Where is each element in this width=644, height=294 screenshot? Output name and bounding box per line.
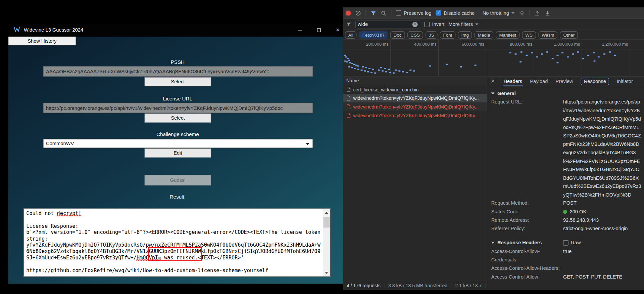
timeline-mark bbox=[561, 52, 563, 53]
minimize-button[interactable] bbox=[290, 24, 309, 37]
header-key: Access-Control-Allow- bbox=[491, 272, 563, 281]
filter-chip-manifest[interactable]: Manifest bbox=[496, 31, 519, 38]
timeline-mark bbox=[572, 53, 574, 55]
app-icon bbox=[13, 26, 20, 34]
network-conditions-icon[interactable] bbox=[519, 10, 525, 16]
timeline-mark bbox=[347, 58, 349, 59]
network-overview-timeline[interactable]: 200,000 ms400,000 ms600,000 ms800,000 ms… bbox=[343, 40, 644, 77]
timeline-mark bbox=[348, 59, 350, 61]
timeline-mark bbox=[409, 70, 411, 71]
scroll-down-button[interactable] bbox=[323, 269, 330, 276]
timeline-mark bbox=[514, 53, 516, 55]
app-body: Show History PSSH Select License URL Sel… bbox=[8, 37, 347, 284]
timeline-mark bbox=[609, 51, 611, 53]
timeline-mark bbox=[372, 69, 374, 70]
license-url-input[interactable] bbox=[43, 103, 313, 113]
invert-toggle[interactable]: Invert bbox=[424, 22, 444, 27]
name-column-header[interactable]: Name bbox=[343, 77, 487, 85]
edit-button[interactable]: Edit bbox=[145, 149, 211, 158]
timeline-mark bbox=[398, 70, 400, 72]
timeline-mark bbox=[598, 56, 600, 58]
header-value bbox=[563, 264, 642, 272]
timeline-mark bbox=[546, 51, 548, 53]
network-toolbar: Preserve log ✓ Disable cache No throttli… bbox=[343, 7, 644, 19]
timeline-mark bbox=[344, 55, 346, 56]
filter-chip-img[interactable]: Img bbox=[458, 31, 472, 38]
disclosure-triangle-icon bbox=[491, 242, 495, 244]
scroll-up-button[interactable] bbox=[323, 209, 330, 216]
show-history-button[interactable]: Show History bbox=[8, 37, 76, 45]
timeline-tick-label: 1,000,000 ms bbox=[550, 42, 580, 47]
timeline-tick-label: 1,200,000 ms bbox=[598, 42, 628, 47]
header-value: 92.58.248.9:443 bbox=[563, 216, 642, 224]
filter-input[interactable]: wide ✕ bbox=[355, 20, 420, 28]
spellcheck-squiggle bbox=[57, 215, 81, 216]
requests-list-pane: Name cert_license_widevine_com.bin widev… bbox=[343, 77, 487, 290]
record-icon[interactable] bbox=[346, 10, 351, 15]
timeline-mark bbox=[385, 71, 387, 73]
filter-chip-css[interactable]: CSS bbox=[407, 31, 423, 38]
timeline-mark bbox=[389, 72, 391, 73]
response-headers-section-header[interactable]: Response Headers Raw bbox=[491, 238, 642, 247]
timeline-mark bbox=[587, 55, 589, 56]
filter-chip-js[interactable]: JS bbox=[426, 31, 437, 38]
timeline-divider bbox=[343, 49, 644, 49]
result-textarea[interactable]: Could not decrypt! License Response: b'<… bbox=[23, 208, 331, 277]
tab-headers[interactable]: Headers bbox=[504, 77, 523, 86]
export-har-icon[interactable] bbox=[545, 10, 550, 16]
filter-chip-media[interactable]: Media bbox=[475, 31, 493, 38]
checkbox-unchecked[interactable] bbox=[424, 22, 430, 27]
pssh-select-button[interactable]: Select bbox=[145, 77, 211, 86]
clear-icon[interactable] bbox=[355, 10, 361, 16]
timeline-mark bbox=[593, 60, 595, 62]
checkbox-unchecked[interactable] bbox=[563, 240, 568, 245]
result-label: Result: bbox=[8, 194, 347, 200]
request-row-error[interactable]: widevinedrm?token=yfvYZKqFJduyNpwKMQjDmI… bbox=[343, 102, 487, 111]
tab-preview[interactable]: Preview bbox=[556, 78, 573, 84]
timeline-mark bbox=[370, 72, 373, 73]
result-text: Could not decrypt! License Response: b'<… bbox=[24, 209, 330, 275]
filter-chip-wasm[interactable]: Wasm bbox=[538, 31, 557, 38]
maximize-button[interactable] bbox=[309, 24, 328, 37]
filter-chip-doc[interactable]: Doc bbox=[390, 31, 405, 38]
filter-chip-fetch-xhr[interactable]: Fetch/XHR bbox=[359, 31, 388, 38]
filter-chip-all[interactable]: All bbox=[345, 31, 357, 38]
preserve-log-toggle[interactable]: Preserve log bbox=[396, 10, 432, 16]
throttling-dropdown[interactable]: No throttling bbox=[483, 10, 515, 16]
header-key: Referrer Policy: bbox=[491, 224, 563, 233]
tab-payload[interactable]: Payload bbox=[530, 78, 548, 84]
scrollbar-thumb[interactable] bbox=[324, 217, 329, 227]
request-row-error[interactable]: widevinedrm?token=yfvYZKqFJduyNpwKMQjDmI… bbox=[343, 111, 487, 120]
general-section-header[interactable]: General bbox=[491, 89, 642, 98]
timeline-mark bbox=[357, 69, 359, 70]
check-icon: ✓ bbox=[437, 10, 440, 15]
timeline-mark bbox=[345, 56, 347, 58]
disable-cache-toggle[interactable]: ✓ Disable cache bbox=[436, 10, 475, 16]
timeline-mark bbox=[413, 70, 415, 72]
request-row[interactable]: cert_license_widevine_com.bin bbox=[343, 85, 487, 94]
header-key: Status Code: bbox=[491, 207, 563, 216]
license-select-button[interactable]: Select bbox=[145, 114, 211, 123]
search-icon[interactable] bbox=[381, 10, 387, 16]
raw-toggle[interactable]: Raw bbox=[563, 240, 581, 246]
more-filters-dropdown[interactable]: More filters bbox=[448, 22, 479, 27]
checkbox-checked[interactable]: ✓ bbox=[436, 10, 441, 16]
header-row: Referrer Policy: strict-origin-when-cros… bbox=[491, 224, 642, 233]
request-row-selected[interactable]: widevinedrm?token=yfvYZKqFJduyNpwKMQjDmI… bbox=[343, 94, 487, 102]
screenshot-canvas: Widevine L3 Guessor 2024 ✕ Show History … bbox=[0, 0, 644, 294]
maximize-icon bbox=[317, 28, 320, 32]
filter-icon[interactable] bbox=[370, 10, 376, 16]
filter-chip-font[interactable]: Font bbox=[440, 31, 456, 38]
pssh-input[interactable] bbox=[43, 66, 313, 77]
tab-initiator[interactable]: Initiator bbox=[617, 78, 633, 84]
filter-chip-other[interactable]: Other bbox=[560, 31, 578, 38]
close-details-icon[interactable]: ✕ bbox=[491, 78, 495, 84]
app-titlebar[interactable]: Widevine L3 Guessor 2024 ✕ bbox=[8, 24, 347, 37]
clear-filter-icon[interactable]: ✕ bbox=[412, 22, 418, 27]
checkbox-unchecked[interactable] bbox=[396, 10, 401, 16]
result-scrollbar[interactable] bbox=[323, 209, 330, 276]
tab-response[interactable]: Response bbox=[581, 78, 609, 85]
challenge-scheme-dropdown[interactable]: CommonWV bbox=[43, 139, 313, 148]
import-har-icon[interactable] bbox=[535, 10, 540, 16]
filter-chip-ws[interactable]: WS bbox=[522, 31, 536, 38]
